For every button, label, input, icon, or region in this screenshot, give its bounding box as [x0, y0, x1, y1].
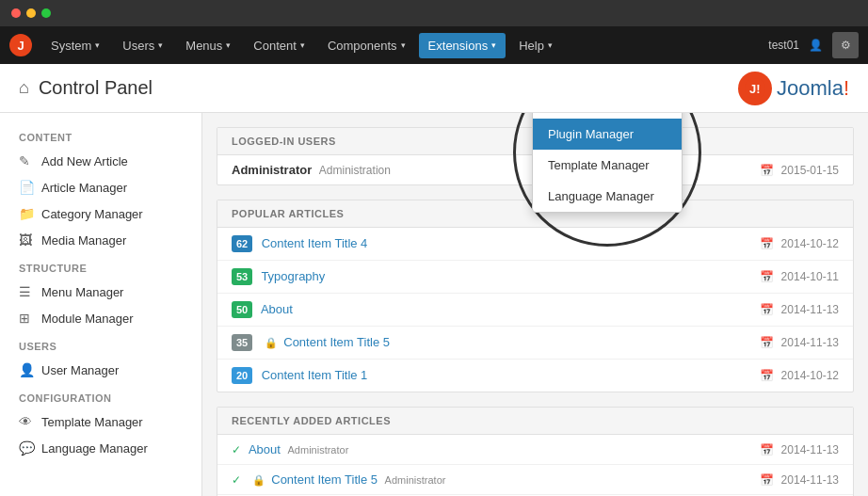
sidebar-item-add-article[interactable]: ✎ Add New Article	[0, 148, 201, 174]
joomla-logo: J! Joomla!	[738, 72, 849, 105]
chevron-down-icon: ▾	[548, 40, 553, 50]
popular-article-row: 50 About 📅 2014-11-13	[217, 294, 853, 327]
logged-in-user: test01	[768, 39, 799, 52]
article-link[interactable]: Typography	[261, 269, 325, 283]
article-badge: 35	[232, 334, 252, 351]
nav-content[interactable]: Content ▾	[244, 33, 314, 58]
chevron-down-icon: ▾	[491, 40, 496, 50]
article-link[interactable]: Content Item Title 5	[283, 335, 390, 349]
article-link[interactable]: Content Item Title 1	[262, 368, 368, 382]
chevron-down-icon: ▾	[401, 40, 406, 50]
recently-added-section: RECENTLY ADDED ARTICLES ✓ About Administ…	[217, 407, 854, 496]
nav-help[interactable]: Help ▾	[509, 33, 562, 58]
header-left: ⌂ Control Panel	[19, 77, 153, 99]
maximize-dot[interactable]	[41, 8, 51, 18]
sidebar: CONTENT ✎ Add New Article 📄 Article Mana…	[0, 113, 202, 496]
popular-article-row: 53 Typography 📅 2014-10-11	[217, 261, 853, 294]
page-title: Control Panel	[39, 77, 153, 99]
user-name: Administrator	[232, 163, 312, 177]
nav-system[interactable]: System ▾	[41, 33, 109, 58]
calendar-icon: 📅	[760, 369, 774, 382]
joomla-brand-text: Joomla!	[777, 76, 849, 101]
page-header: ⌂ Control Panel J! Joomla!	[0, 64, 868, 113]
main-content: Module Manager Plugin Manager Template M…	[202, 113, 868, 496]
calendar-icon: 📅	[760, 473, 774, 487]
sidebar-item-media-manager[interactable]: 🖼 Media Manager	[0, 227, 201, 253]
nav-menus[interactable]: Menus ▾	[176, 33, 240, 58]
nav-extensions[interactable]: Extensions ▾	[419, 33, 506, 58]
module-icon: ⊞	[19, 311, 34, 326]
sidebar-section-users: USERS	[0, 331, 201, 357]
calendar-icon: 📅	[760, 164, 774, 177]
language-icon: 💬	[19, 440, 34, 456]
calendar-icon: 📅	[760, 270, 774, 283]
sidebar-item-language-manager[interactable]: 💬 Language Manager	[0, 435, 201, 461]
chevron-down-icon: ▾	[226, 40, 231, 50]
nav-users[interactable]: Users ▾	[113, 33, 172, 58]
close-dot[interactable]	[11, 8, 21, 18]
user-role: Administration	[319, 164, 391, 177]
joomla-nav-logo: J	[9, 34, 32, 56]
article-author: Administrator	[385, 474, 446, 486]
article-link[interactable]: About	[249, 442, 281, 456]
article-badge: 50	[232, 301, 252, 318]
main-layout: CONTENT ✎ Add New Article 📄 Article Mana…	[0, 113, 868, 496]
article-icon: 📄	[19, 180, 34, 195]
sidebar-section-config: CONFIGURATION	[0, 383, 201, 408]
media-icon: 🖼	[19, 232, 34, 248]
chevron-down-icon: ▾	[300, 40, 305, 50]
dropdown-item-plugin-manager[interactable]: Plugin Manager	[533, 119, 682, 150]
top-nav-right: test01 👤 ⚙	[768, 32, 859, 58]
article-link[interactable]: Content Item Title 5	[271, 472, 378, 487]
pencil-icon: ✎	[19, 153, 34, 168]
calendar-icon: 📅	[760, 443, 774, 456]
calendar-icon: 📅	[760, 336, 774, 349]
sidebar-section-content: CONTENT	[0, 122, 201, 148]
chevron-down-icon: ▾	[95, 40, 100, 50]
top-nav: J System ▾ Users ▾ Menus ▾ Content ▾ Com…	[0, 26, 868, 64]
sidebar-item-module-manager[interactable]: ⊞ Module Manager	[0, 305, 201, 331]
sidebar-item-article-manager[interactable]: 📄 Article Manager	[0, 174, 201, 200]
user-icon: 👤	[19, 362, 34, 377]
dropdown-item-template-manager[interactable]: Template Manager	[533, 150, 682, 181]
template-icon: 👁	[19, 414, 34, 429]
home-icon[interactable]: ⌂	[19, 78, 29, 98]
folder-icon: 📁	[19, 206, 34, 221]
lock-icon: 🔒	[265, 337, 278, 348]
recent-article-row: ✓ About Administrator 📅 2014-11-13	[217, 435, 853, 465]
sidebar-item-user-manager[interactable]: 👤 User Manager	[0, 357, 201, 383]
chevron-down-icon: ▾	[158, 40, 163, 50]
lock-icon: 🔒	[252, 474, 265, 486]
dropdown-menu: Module Manager Plugin Manager Template M…	[532, 113, 683, 213]
article-badge: 20	[232, 367, 252, 384]
calendar-icon: 📅	[760, 237, 774, 250]
sidebar-item-template-manager[interactable]: 👁 Template Manager	[0, 408, 201, 435]
calendar-icon: 📅	[760, 303, 774, 316]
joomla-brand-icon: J!	[738, 72, 772, 105]
user-icon: 👤	[809, 39, 823, 52]
nav-components[interactable]: Components ▾	[318, 33, 415, 58]
popular-articles-section: POPULAR ARTICLES 62 Content Item Title 4…	[217, 200, 854, 392]
settings-button[interactable]: ⚙	[832, 32, 859, 58]
sidebar-section-structure: STRUCTURE	[0, 253, 201, 279]
check-icon: ✓	[232, 443, 241, 456]
title-bar	[0, 0, 868, 26]
article-badge: 62	[232, 235, 252, 252]
popular-article-row: 35 🔒 Content Item Title 5 📅 2014-11-13	[217, 327, 853, 360]
dropdown-item-language-manager[interactable]: Language Manager	[533, 181, 682, 212]
article-author: Administrator	[288, 444, 349, 456]
article-badge: 53	[232, 268, 252, 285]
popular-article-row: 20 Content Item Title 1 📅 2014-10-12	[217, 360, 853, 392]
menu-icon: ☰	[19, 284, 34, 299]
recently-added-header: RECENTLY ADDED ARTICLES	[217, 408, 853, 435]
sidebar-item-menu-manager[interactable]: ☰ Menu Manager	[0, 279, 201, 305]
minimize-dot[interactable]	[26, 8, 36, 18]
sidebar-item-category-manager[interactable]: 📁 Category Manager	[0, 200, 201, 227]
article-link[interactable]: About	[261, 302, 293, 316]
svg-text:J!: J!	[749, 82, 761, 96]
recent-article-row: ✓ 🔒 Content Item Title 5 Administrator 📅…	[217, 465, 853, 495]
article-link[interactable]: Content Item Title 4	[262, 236, 368, 250]
popular-article-row: 62 Content Item Title 4 📅 2014-10-12	[217, 228, 853, 261]
user-date: 2015-01-15	[781, 164, 839, 177]
extensions-dropdown: Module Manager Plugin Manager Template M…	[532, 113, 683, 213]
